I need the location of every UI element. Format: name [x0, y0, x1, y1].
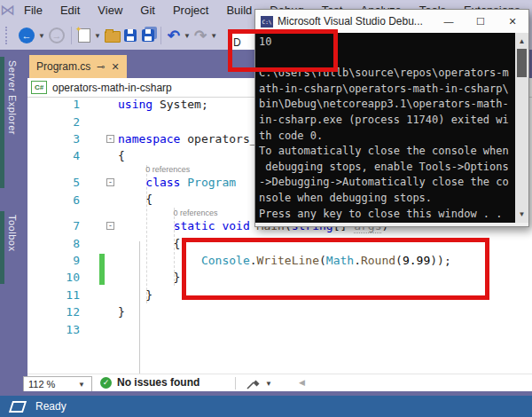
redo-icon: ↷	[194, 27, 207, 45]
line-number: 11	[27, 288, 80, 302]
line-number: 10	[27, 271, 80, 284]
hscrollbar-left-arrow-icon[interactable]: ◀	[299, 378, 305, 387]
annotation-box-code	[182, 238, 489, 300]
menu-item-project[interactable]: Project	[164, 0, 217, 21]
back-arrow-icon: ←	[19, 28, 35, 43]
save-all-icon	[142, 29, 154, 42]
undo-icon: ↶	[168, 27, 180, 45]
line-number: 12	[27, 305, 80, 319]
console-app-icon: C:\	[261, 16, 273, 28]
scrollbar-thumb[interactable]	[517, 49, 527, 77]
scroll-down-icon[interactable]: ▼	[515, 208, 528, 221]
fold-toggle[interactable]: -	[106, 178, 114, 186]
forward-arrow-icon: →	[49, 28, 65, 43]
visual-studio-window: ⋈ FileEditViewGitProjectBuildDebugTestAn…	[0, 0, 532, 417]
save-all-button[interactable]	[142, 29, 154, 42]
menu-item-view[interactable]: View	[89, 0, 131, 21]
toolbar-separator	[160, 27, 161, 44]
sidebar-item-server-explorer[interactable]: Server Explorer	[0, 57, 27, 188]
maximize-button[interactable]: ☐	[465, 16, 497, 28]
zoom-caret-icon: ▼	[78, 381, 85, 389]
fold-toggle[interactable]: -	[106, 222, 114, 230]
sidebar-item-toolbox[interactable]: Toolbox	[0, 211, 27, 284]
code-line[interactable]: 12}	[27, 303, 532, 320]
line-number: 2	[27, 115, 80, 129]
fold-toggle[interactable]: -	[106, 135, 114, 143]
toolbar-separator	[71, 27, 72, 44]
pin-icon[interactable]: ⊸	[97, 61, 105, 73]
console-line: debugging stops, enable Tools->Options	[259, 160, 515, 176]
navigate-back-button[interactable]: ←	[19, 28, 35, 43]
server-explorer-label: Server Explorer	[4, 57, 18, 188]
console-line: Press any key to close this window . .	[259, 207, 515, 223]
new-file-button[interactable]: ✦	[78, 28, 90, 43]
console-line: To automatically close the console when	[259, 144, 515, 160]
line-number: 6	[27, 193, 80, 207]
check-circle-icon: ✓	[100, 377, 112, 389]
console-line: th code 0.	[259, 129, 515, 145]
open-folder-icon	[105, 31, 121, 43]
console-line: nsole when debugging stops.	[259, 191, 515, 207]
new-file-dropdown-caret-icon[interactable]: ▼	[94, 32, 101, 40]
console-line: ->Debugging->Automatically close the co	[259, 175, 515, 191]
line-number: 7	[27, 219, 80, 232]
redo-dropdown-caret-icon[interactable]: ▼	[210, 32, 217, 40]
line-number: 5	[27, 176, 80, 189]
status-bar-icon	[9, 401, 27, 413]
console-scrollbar[interactable]: ▲ ▼	[515, 33, 528, 223]
console-window-title: Microsoft Visual Studio Debu...	[278, 15, 433, 28]
minimize-button[interactable]: —	[433, 16, 465, 27]
visual-studio-logo-icon: ⋈	[0, 1, 15, 20]
breadcrumb-project-name: operators-math-in-csharp	[52, 82, 172, 94]
console-line: bin\Debug\netcoreapp3.1\operators-math-	[259, 97, 515, 113]
menu-item-edit[interactable]: Edit	[51, 0, 89, 21]
toolbox-label: Toolbox	[4, 211, 18, 284]
console-line: ath-in-csharp\operators-math-in-csharp\	[259, 82, 515, 98]
bottom-bar-separator	[235, 377, 236, 389]
new-file-icon: ✦	[78, 28, 90, 43]
document-health-indicator[interactable]: ✓ No issues found	[100, 376, 200, 389]
line-number: 9	[27, 254, 80, 267]
zoom-level-value: 112 %	[28, 379, 55, 389]
scroll-up-icon[interactable]: ▲	[515, 35, 528, 48]
saved-change-bar	[99, 254, 105, 285]
codelens-references[interactable]: 0 references	[145, 165, 190, 174]
toolbar-grip-handle[interactable]	[5, 27, 12, 44]
code-line[interactable]: 13	[27, 320, 532, 337]
line-number: 13	[27, 323, 80, 336]
line-number: 8	[27, 237, 80, 250]
line-number: 4	[27, 149, 80, 162]
left-dock: Server Explorer Toolbox	[0, 50, 27, 391]
line-number: 3	[27, 132, 80, 146]
save-icon	[124, 29, 137, 42]
save-button[interactable]	[124, 29, 137, 42]
annotation-box-output	[228, 29, 338, 72]
code-cleanup-caret-icon[interactable]: ▼	[265, 380, 272, 388]
undo-dropdown-caret-icon[interactable]: ▼	[184, 32, 191, 40]
health-status-text: No issues found	[117, 376, 200, 389]
back-dropdown-caret-icon[interactable]: ▼	[38, 32, 45, 40]
undo-button[interactable]: ↶	[168, 27, 180, 45]
close-button[interactable]: ✕	[497, 16, 528, 28]
menu-item-file[interactable]: File	[15, 0, 51, 21]
editor-bottom-bar: 112 % ▼ ✓ No issues found ▼ ◀	[27, 374, 532, 392]
close-icon[interactable]: ✕	[112, 61, 120, 73]
zoom-level-dropdown[interactable]: 112 % ▼	[23, 376, 92, 392]
status-ready-text: Ready	[35, 400, 66, 413]
navigate-forward-button[interactable]: →	[49, 28, 65, 43]
redo-button[interactable]: ↷	[194, 27, 207, 45]
console-line: in-csharp.exe (process 11740) exited wi	[259, 113, 515, 129]
tab-program-cs[interactable]: Program.cs ⊸ ✕	[29, 55, 127, 78]
broom-icon	[246, 376, 261, 389]
menu-item-git[interactable]: Git	[131, 0, 164, 21]
open-file-button[interactable]	[105, 28, 121, 43]
tab-title: Program.cs	[36, 60, 90, 73]
csharp-project-icon: C#	[31, 81, 47, 94]
line-number: 1	[27, 98, 80, 111]
status-bar: Ready	[0, 396, 532, 417]
codelens-references[interactable]: 0 references	[174, 208, 218, 217]
